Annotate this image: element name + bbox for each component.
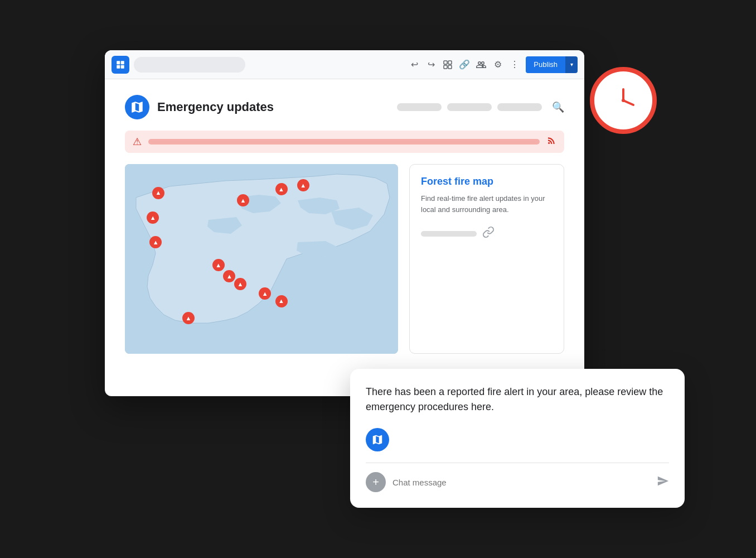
svg-rect-7	[121, 65, 124, 68]
chat-send-button[interactable]	[657, 475, 669, 490]
more-icon[interactable]: ⋮	[509, 59, 520, 70]
fire-card-footer	[421, 226, 553, 241]
toolbar-actions: ↩ ↪ 🔗 ⚙ ⋮	[409, 56, 578, 73]
fire-pin: ▲	[275, 295, 288, 307]
alert-bar: ⚠	[125, 131, 564, 153]
alert-warning-icon: ⚠	[133, 136, 142, 148]
fire-pin: ▲	[149, 236, 162, 248]
fire-pin: ▲	[234, 278, 246, 290]
browser-toolbar: ↩ ↪ 🔗 ⚙ ⋮	[105, 50, 584, 79]
app-icon	[112, 56, 129, 74]
chat-add-button[interactable]: +	[366, 472, 386, 492]
layout-icon[interactable]	[442, 59, 453, 70]
browser-window: ↩ ↪ 🔗 ⚙ ⋮	[105, 50, 584, 396]
svg-rect-5	[121, 61, 124, 64]
chat-bot-avatar	[366, 428, 389, 451]
nav-pill-1	[397, 103, 442, 111]
chat-message-text: There has been a reported fire alert in …	[366, 384, 669, 415]
header-nav: 🔍	[397, 101, 564, 113]
address-bar[interactable]	[134, 57, 245, 73]
page-title: Emergency updates	[157, 100, 397, 114]
publish-button-group[interactable]: Publish ▾	[526, 56, 578, 73]
redo-icon[interactable]: ↪	[425, 59, 437, 70]
fire-pin: ▲	[259, 287, 271, 300]
clock-icon	[590, 67, 657, 134]
svg-rect-8	[444, 61, 447, 64]
svg-rect-6	[117, 65, 120, 68]
fire-card-title: Forest fire map	[421, 176, 553, 187]
chat-input[interactable]	[392, 478, 650, 487]
fire-card-link-text	[421, 231, 477, 237]
publish-main-button[interactable]: Publish	[526, 56, 565, 73]
add-user-icon[interactable]	[476, 59, 487, 70]
link-icon[interactable]: 🔗	[459, 59, 470, 70]
scene: ↩ ↪ 🔗 ⚙ ⋮	[71, 50, 685, 508]
nav-pill-2	[447, 103, 492, 111]
svg-rect-9	[448, 61, 452, 64]
fire-card-link-icon[interactable]	[482, 226, 495, 241]
main-area: ▲ ▲ ▲ ▲ ▲ ▲	[125, 164, 564, 354]
fire-pin: ▲	[147, 211, 159, 224]
svg-rect-4	[117, 61, 120, 64]
map-container: ▲ ▲ ▲ ▲ ▲ ▲	[125, 164, 398, 354]
alert-content-bar	[148, 139, 540, 145]
svg-rect-11	[448, 65, 452, 69]
chat-window: There has been a reported fire alert in …	[350, 369, 685, 508]
fire-card-description: Find real-time fire alert updates in you…	[421, 193, 553, 215]
fire-pin: ▲	[297, 179, 309, 191]
alert-rss-icon	[546, 136, 556, 148]
fire-pin: ▲	[212, 259, 225, 271]
fire-pin: ▲	[182, 312, 195, 324]
undo-icon[interactable]: ↩	[409, 59, 420, 70]
chat-input-row: +	[366, 463, 669, 492]
settings-icon[interactable]: ⚙	[492, 59, 503, 70]
fire-card: Forest fire map Find real-time fire aler…	[409, 164, 564, 354]
page-content: Emergency updates 🔍 ⚠	[105, 79, 584, 369]
fire-pin: ▲	[152, 187, 164, 199]
page-logo	[125, 95, 149, 119]
chat-bot-row	[366, 428, 669, 451]
fire-pin: ▲	[275, 183, 288, 195]
fire-pin: ▲	[237, 194, 249, 206]
svg-point-12	[548, 142, 550, 143]
nav-pill-3	[497, 103, 542, 111]
page-header: Emergency updates 🔍	[125, 95, 564, 119]
svg-rect-10	[444, 65, 447, 69]
publish-dropdown-button[interactable]: ▾	[565, 56, 578, 73]
svg-point-3	[622, 99, 625, 102]
search-icon[interactable]: 🔍	[552, 101, 564, 113]
